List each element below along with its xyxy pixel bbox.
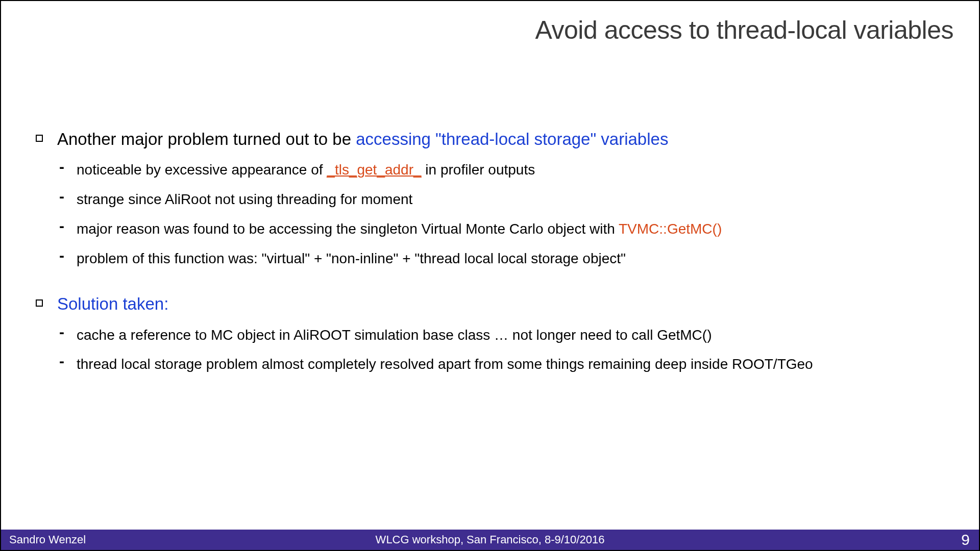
dash-icon: - (59, 158, 64, 176)
dash-icon: - (59, 247, 64, 264)
main-bullet-highlight-2: Solution taken: (57, 294, 168, 313)
slide-content: Another major problem turned out to be a… (36, 128, 948, 398)
sub-bullet: - cache a reference to MC object in AliR… (59, 325, 948, 345)
sub-text: thread local storage problem almost comp… (77, 355, 813, 374)
footer-page-number: 9 (961, 531, 970, 548)
sub-text: problem of this function was: "virtual" … (77, 249, 626, 268)
bullet-section-2: Solution taken: - cache a reference to M… (36, 292, 948, 374)
dash-icon: - (59, 323, 64, 341)
main-bullet-2: Solution taken: (36, 292, 948, 316)
main-bullet-prefix-1: Another major problem turned out to be (57, 130, 356, 148)
sub-pre: noticeable by excessive appearance of (77, 162, 327, 178)
sub-bullet: - problem of this function was: "virtual… (59, 249, 948, 268)
sub-post: in profiler outputs (422, 162, 535, 178)
slide-title: Avoid access to thread-local variables (535, 15, 953, 45)
sub-orange: _tls_get_addr_ (327, 162, 421, 178)
sub-text: strange since AliRoot not using threadin… (77, 190, 412, 209)
footer-author: Sandro Wenzel (9, 533, 86, 546)
dash-icon: - (59, 217, 64, 235)
sub-bullet: - thread local storage problem almost co… (59, 355, 948, 374)
sub-pre: problem of this function was: "virtual" … (77, 251, 626, 266)
sub-bullets-2: - cache a reference to MC object in AliR… (59, 325, 948, 374)
sub-pre: cache a reference to MC object in AliROO… (77, 327, 712, 343)
footer-event: WLCG workshop, San Francisco, 8-9/10/201… (376, 533, 605, 546)
sub-text: noticeable by excessive appearance of _t… (77, 160, 535, 180)
square-bullet-icon (36, 135, 43, 142)
sub-bullet: - major reason was found to be accessing… (59, 219, 948, 239)
sub-orange: TVMC::GetMC() (619, 221, 722, 237)
sub-bullet: - noticeable by excessive appearance of … (59, 160, 948, 180)
sub-pre: major reason was found to be accessing t… (77, 221, 619, 237)
sub-bullet: - strange since AliRoot not using thread… (59, 190, 948, 209)
main-bullet-text-1: Another major problem turned out to be a… (57, 128, 668, 151)
sub-text: major reason was found to be accessing t… (77, 219, 722, 239)
square-bullet-icon (36, 299, 43, 307)
main-bullet-text-2: Solution taken: (57, 292, 168, 316)
dash-icon: - (59, 188, 64, 205)
sub-pre: strange since AliRoot not using threadin… (77, 191, 412, 207)
slide-footer: Sandro Wenzel WLCG workshop, San Francis… (1, 530, 979, 550)
sub-bullets-1: - noticeable by excessive appearance of … (59, 160, 948, 268)
main-bullet-1: Another major problem turned out to be a… (36, 128, 948, 151)
main-bullet-highlight-1: accessing "thread-local storage" variabl… (356, 130, 668, 148)
sub-pre: thread local storage problem almost comp… (77, 356, 813, 372)
bullet-section-1: Another major problem turned out to be a… (36, 128, 948, 268)
dash-icon: - (59, 353, 64, 370)
sub-text: cache a reference to MC object in AliROO… (77, 325, 712, 345)
